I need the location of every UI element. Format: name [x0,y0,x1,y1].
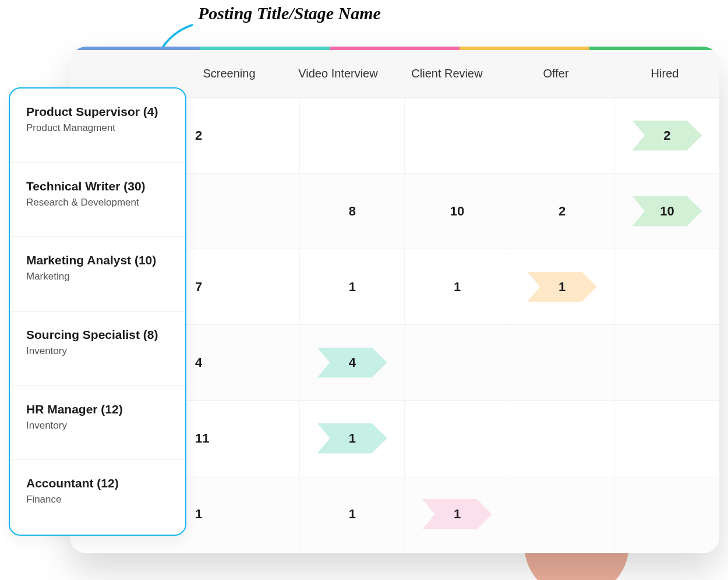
pipeline-cell[interactable] [615,401,719,476]
pipeline-cell[interactable]: 1 [175,476,300,552]
pipeline-cell[interactable] [615,476,719,552]
pipeline-cell[interactable]: 10 [615,174,719,249]
stage-header[interactable]: Hired [610,67,719,80]
cell-value: 8 [349,204,356,219]
pipeline-cell[interactable]: 2 [615,98,719,173]
pipeline-cell[interactable]: 1 [300,249,405,324]
pipeline-cell[interactable] [510,476,615,552]
pipeline-cell[interactable] [405,98,510,173]
posting-item[interactable]: Accountant (12)Finance [10,460,185,535]
posting-item[interactable]: Sourcing Specialist (8)Inventory [10,312,185,386]
cell-value: 1 [454,280,461,295]
pipeline-cell[interactable]: 1 [510,249,615,324]
pipeline-cell[interactable]: 1 [300,476,405,552]
pipeline-cell[interactable]: 4 [300,325,405,400]
cell-value: 1 [559,280,566,295]
posting-department: Research & Development [26,197,169,208]
pipeline-cell[interactable] [405,401,510,476]
pipeline-cell[interactable] [510,325,615,400]
posting-title: Marketing Analyst (10) [26,253,169,267]
posting-item[interactable]: Technical Writer (30)Research & Developm… [10,163,185,238]
stage-color-bar [70,47,719,50]
stage-color-segment [460,47,589,50]
stage-header[interactable]: Video Interview [284,67,393,80]
stage-chevron[interactable]: 10 [632,196,702,227]
cell-value: 10 [660,204,674,219]
pipeline-cell[interactable] [405,325,510,400]
annotation-label: Posting Title/Stage Name [198,3,381,23]
postings-panel: Product Supervisor (4)Product ManagmentT… [9,87,186,536]
posting-title: Sourcing Specialist (8) [26,328,169,342]
pipeline-cell[interactable]: 1 [300,401,405,476]
posting-department: Product Managment [26,122,169,134]
pipeline-cell[interactable]: 8 [300,174,405,249]
stage-chevron[interactable]: 4 [317,348,387,378]
stage-chevron[interactable]: 2 [632,121,702,151]
pipeline-cell[interactable]: 1 [405,476,510,552]
cell-value: 1 [349,280,356,295]
posting-department: Marketing [26,271,169,282]
posting-department: Inventory [26,420,169,432]
posting-item[interactable]: HR Manager (12)Inventory [10,386,185,461]
pipeline-cell[interactable]: 4 [175,325,300,400]
pipeline-cell[interactable]: 11 [175,401,300,476]
cell-value: 10 [450,204,464,219]
posting-title: Technical Writer (30) [26,179,169,193]
cell-value: 11 [195,431,209,446]
cell-value: 1 [349,507,356,522]
stage-header[interactable]: Screening [175,67,284,80]
posting-title: HR Manager (12) [26,402,169,416]
cell-value: 1 [454,507,461,522]
posting-title: Accountant (12) [26,476,169,490]
pipeline-cell[interactable] [510,401,615,476]
cell-value: 4 [349,355,356,370]
posting-item[interactable]: Product Supervisor (4)Product Managment [10,89,185,163]
stage-color-segment [589,47,719,50]
cell-value: 2 [195,128,202,143]
pipeline-cell[interactable]: 2 [175,98,300,173]
stage-chevron[interactable]: 1 [422,499,492,529]
pipeline-cell[interactable]: 1 [405,249,510,324]
cell-value: 2 [663,128,670,143]
posting-title: Product Supervisor (4) [26,105,169,119]
pipeline-cell[interactable]: 2 [510,174,615,249]
cell-value: 2 [559,204,566,219]
pipeline-cell[interactable]: 7 [175,249,300,324]
stage-header[interactable]: Client Review [393,67,501,80]
cell-value: 4 [195,355,202,370]
pipeline-cell[interactable] [510,98,615,173]
cell-value: 1 [195,507,202,522]
pipeline-cell[interactable] [300,98,405,173]
stage-color-segment [200,47,330,50]
cell-value: 7 [195,280,202,295]
stage-color-segment [330,47,460,50]
pipeline-cell[interactable] [615,249,719,324]
stage-chevron[interactable]: 1 [527,272,597,302]
pipeline-cell[interactable] [175,174,300,249]
stage-chevron[interactable]: 1 [317,423,387,454]
posting-department: Inventory [26,345,169,357]
posting-item[interactable]: Marketing Analyst (10)Marketing [10,237,185,312]
posting-department: Finance [26,494,169,505]
stage-color-segment [70,47,200,50]
pipeline-cell[interactable]: 10 [405,174,510,249]
cell-value: 1 [349,431,356,446]
pipeline-cell[interactable] [615,325,719,400]
stage-header[interactable]: Offer [501,67,610,80]
